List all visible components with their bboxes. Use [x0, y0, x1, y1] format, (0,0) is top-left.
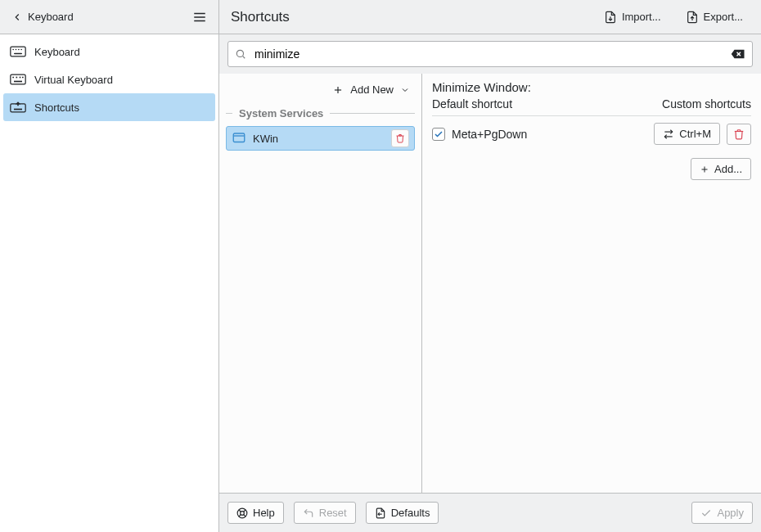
svg-line-35: [244, 509, 245, 511]
swap-icon: [663, 128, 674, 140]
undo-icon: [303, 507, 314, 519]
svg-point-20: [236, 50, 243, 56]
import-button[interactable]: Import...: [597, 7, 668, 27]
svg-line-37: [244, 514, 245, 516]
add-new-label: Add New: [350, 83, 394, 96]
default-shortcut-label: Meta+PgDown: [452, 128, 647, 141]
shortcuts-icon: [10, 101, 26, 113]
apply-label: Apply: [717, 507, 744, 519]
detail-panel: Minimize Window: Default shortcut Custom…: [422, 74, 761, 493]
custom-shortcut-button[interactable]: Ctrl+M: [654, 123, 720, 145]
back-button[interactable]: Keyboard: [7, 7, 79, 26]
delete-custom-shortcut-button[interactable]: [727, 124, 751, 145]
svg-rect-11: [11, 74, 25, 84]
export-button[interactable]: Export...: [679, 7, 750, 27]
export-label: Export...: [704, 11, 743, 23]
section-label: System Services: [239, 107, 323, 119]
check-icon: [434, 129, 444, 139]
backspace-icon: [731, 48, 745, 60]
import-icon: [604, 11, 617, 24]
header-right: Shortcuts Import... Export...: [219, 0, 761, 34]
add-shortcut-row: Add...: [432, 151, 751, 187]
svg-rect-26: [233, 133, 245, 142]
chevron-down-icon: [400, 85, 410, 95]
service-entry-label: KWin: [253, 133, 278, 145]
trash-icon: [733, 128, 745, 140]
keyboard-icon: [10, 46, 26, 57]
custom-shortcut-header: Custom shortcuts: [662, 97, 751, 110]
detail-subheader: Default shortcut Custom shortcuts: [432, 97, 751, 116]
svg-point-33: [241, 511, 245, 515]
shortcut-row: Meta+PgDown Ctrl+M: [432, 116, 751, 151]
content: Add New System Services KWin: [219, 34, 761, 532]
search-icon: [235, 48, 246, 60]
document-revert-icon: [375, 507, 386, 519]
add-custom-shortcut-button[interactable]: Add...: [691, 158, 751, 180]
svg-rect-5: [11, 47, 25, 56]
svg-line-34: [239, 509, 241, 511]
export-icon: [686, 11, 699, 24]
sidebar-item-shortcuts[interactable]: Shortcuts: [3, 93, 215, 121]
section-header: System Services: [219, 102, 421, 123]
reset-button[interactable]: Reset: [294, 502, 356, 524]
sidebar-item-label: Keyboard: [34, 46, 80, 58]
chevron-left-icon: [11, 11, 23, 23]
add-shortcut-label: Add...: [714, 163, 742, 175]
page-title: Shortcuts: [231, 9, 290, 25]
defaults-button[interactable]: Defaults: [366, 502, 439, 524]
defaults-label: Defaults: [391, 507, 430, 519]
search-wrap: [219, 34, 761, 74]
search-field[interactable]: [227, 41, 753, 67]
check-icon: [700, 507, 712, 519]
menu-button[interactable]: [187, 5, 212, 29]
footer: Help Reset Defaults Apply: [219, 493, 761, 532]
hamburger-icon: [192, 10, 207, 25]
service-entry-kwin[interactable]: KWin: [226, 126, 415, 151]
search-input[interactable]: [253, 47, 724, 61]
sidebar-item-virtual-keyboard[interactable]: Virtual Keyboard: [0, 65, 218, 93]
custom-shortcut-label: Ctrl+M: [679, 128, 711, 140]
help-icon: [236, 507, 248, 519]
trash-icon: [395, 133, 405, 143]
plus-icon: [332, 84, 344, 96]
services-list: Add New System Services KWin: [219, 74, 422, 493]
plus-icon: [700, 165, 709, 174]
reset-label: Reset: [319, 507, 347, 519]
default-shortcut-header: Default shortcut: [432, 97, 512, 110]
apply-button[interactable]: Apply: [691, 502, 753, 524]
svg-line-36: [239, 514, 241, 516]
detail-title: Minimize Window:: [432, 80, 751, 94]
sidebar-item-label: Virtual Keyboard: [34, 74, 113, 86]
svg-line-21: [243, 56, 245, 59]
help-label: Help: [253, 507, 275, 519]
help-button[interactable]: Help: [227, 502, 284, 524]
sidebar-item-keyboard[interactable]: Keyboard: [0, 38, 218, 65]
sidebar: Keyboard Virtual Keyboard Shortcuts: [0, 34, 219, 532]
header-left: Keyboard: [0, 0, 219, 34]
import-label: Import...: [622, 11, 661, 23]
default-shortcut-checkbox[interactable]: [432, 128, 445, 141]
kwin-icon: [232, 131, 246, 146]
columns: Add New System Services KWin: [219, 74, 761, 493]
back-label: Keyboard: [28, 11, 74, 23]
sidebar-item-label: Shortcuts: [34, 101, 79, 114]
virtual-keyboard-icon: [10, 74, 26, 85]
clear-search-button[interactable]: [731, 48, 745, 60]
header: Keyboard Shortcuts Import... Export...: [0, 0, 761, 34]
delete-entry-button[interactable]: [391, 129, 409, 147]
add-new-button[interactable]: Add New: [327, 80, 415, 99]
